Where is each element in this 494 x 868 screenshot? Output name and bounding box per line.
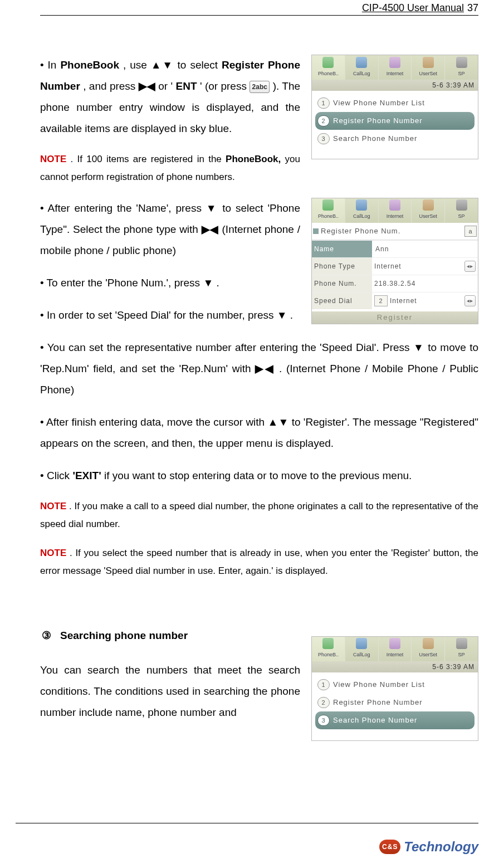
menu-item-register: 2 Register Phone Number: [315, 694, 475, 711]
arrow-down-icon: ▼: [277, 309, 287, 321]
calllog-icon: [356, 199, 367, 211]
calllog-icon: [356, 57, 367, 68]
arrow-leftright-icon: ▶◀: [255, 363, 275, 374]
register-bar: Register: [312, 311, 478, 324]
userset-icon: [423, 638, 434, 649]
screenshot-phonebook-menu-search: PhoneB.. CallLog Internet UserSet SP 5-6…: [311, 636, 478, 741]
userset-icon: [423, 57, 434, 68]
arrow-leftright-icon: ▶◀: [139, 80, 155, 92]
footer-brand: Technology: [404, 839, 478, 855]
menu-item-view-list: 1 View Phone Number List: [315, 94, 475, 112]
section-marker-3: ③: [40, 630, 52, 642]
menu-item-register-highlighted: 2 Register Phone Number: [315, 112, 475, 130]
form-title: Register Phone Num. a: [312, 223, 478, 240]
screenshot-a-tabs: PhoneB.. CallLog Internet UserSet SP: [312, 55, 478, 80]
phonebook-icon: [322, 638, 334, 649]
footer-badge: C&S: [379, 840, 400, 854]
bullet-icon: [313, 228, 319, 234]
page-number: 37: [467, 2, 478, 14]
form-row-name: Name: [312, 240, 478, 257]
userset-icon: [423, 199, 434, 211]
para-exit: • Click 'EXIT' if you want to stop enter…: [40, 465, 478, 486]
tab-sp: SP: [445, 637, 478, 661]
speed-dial-number: 2: [374, 295, 388, 306]
arrow-leftright-icon: ▶◀: [202, 223, 219, 235]
arrow-down-icon: ▼: [413, 342, 424, 353]
menu-item-search: 3 Search Phone Number: [315, 130, 475, 148]
menu-item-search-highlighted: 3 Search Phone Number: [315, 711, 475, 729]
screenshot-c-statusbar: 5-6 3:39 AM: [312, 661, 478, 672]
phonebook-icon: [322, 199, 334, 211]
tab-internet: Internet: [379, 198, 412, 223]
sp-icon: [456, 638, 467, 649]
key-2abc-icon: 2abc: [250, 81, 270, 93]
footer-rule: [16, 823, 478, 823]
tab-calllog: CallLog: [345, 55, 379, 80]
repnum-spinner-icon: ◂▸: [464, 295, 476, 306]
para-finish: • After finish entering data, move the c…: [40, 412, 478, 454]
screenshot-register-form: PhoneB.. CallLog Internet UserSet SP Reg…: [311, 198, 478, 324]
tab-calllog: CallLog: [345, 198, 379, 223]
form-row-phone-num: Phone Num. 218.38.2.54: [312, 275, 478, 292]
phone-type-spinner-icon: ◂▸: [464, 261, 476, 272]
screenshot-c-tabs: PhoneB.. CallLog Internet UserSet SP: [312, 637, 478, 661]
tab-phonebook: PhoneB..: [312, 198, 345, 223]
tab-internet: Internet: [379, 55, 412, 80]
internet-icon: [389, 57, 400, 68]
page: CIP-4500 User Manual 37 PhoneB.. CallLog…: [0, 0, 494, 868]
tab-sp: SP: [445, 198, 478, 223]
sp-icon: [456, 57, 467, 68]
calllog-icon: [356, 638, 367, 649]
arrow-updown-icon: ▲▼: [268, 416, 289, 428]
screenshot-phonebook-menu-register: PhoneB.. CallLog Internet UserSet SP 5-6…: [311, 55, 478, 159]
note-speed-dial-call: NOTE . If you make a call to a speed dia…: [40, 498, 478, 534]
tab-phonebook: PhoneB..: [312, 55, 345, 80]
note-speed-dial-in-use: NOTE . If you select the speed number th…: [40, 544, 478, 581]
page-header: CIP-4500 User Manual 37: [40, 0, 478, 16]
tab-sp: SP: [445, 55, 478, 80]
doc-title: CIP-4500 User Manual: [362, 2, 464, 14]
tab-userset: UserSet: [412, 198, 445, 223]
name-input: [374, 245, 476, 253]
arrow-updown-icon: ▲▼: [151, 59, 174, 71]
para-repnum: • You can set the representative number …: [40, 337, 478, 401]
arrow-down-icon: ▼: [203, 277, 213, 289]
tab-userset: UserSet: [412, 55, 445, 80]
screenshot-b-tabs: PhoneB.. CallLog Internet UserSet SP: [312, 198, 478, 223]
section-3-heading: ③ Searching phone number: [40, 625, 300, 646]
footer-logo: C&S Technology: [379, 839, 478, 855]
tab-calllog: CallLog: [345, 637, 379, 661]
sp-icon: [456, 199, 467, 211]
mode-badge: a: [464, 226, 477, 237]
menu-item-view-list: 1 View Phone Number List: [315, 676, 475, 694]
arrow-down-icon: ▼: [206, 202, 218, 214]
internet-icon: [389, 638, 400, 649]
tab-internet: Internet: [379, 637, 412, 661]
tab-userset: UserSet: [412, 637, 445, 661]
screenshot-a-statusbar: 5-6 3:39 AM: [312, 80, 478, 91]
phonebook-icon: [322, 57, 334, 68]
tab-phonebook: PhoneB..: [312, 637, 345, 661]
internet-icon: [389, 199, 400, 211]
form-row-speed-dial: Speed Dial 2 Internet ◂▸: [312, 292, 478, 309]
form-row-phone-type: Phone Type Internet ◂▸: [312, 257, 478, 275]
